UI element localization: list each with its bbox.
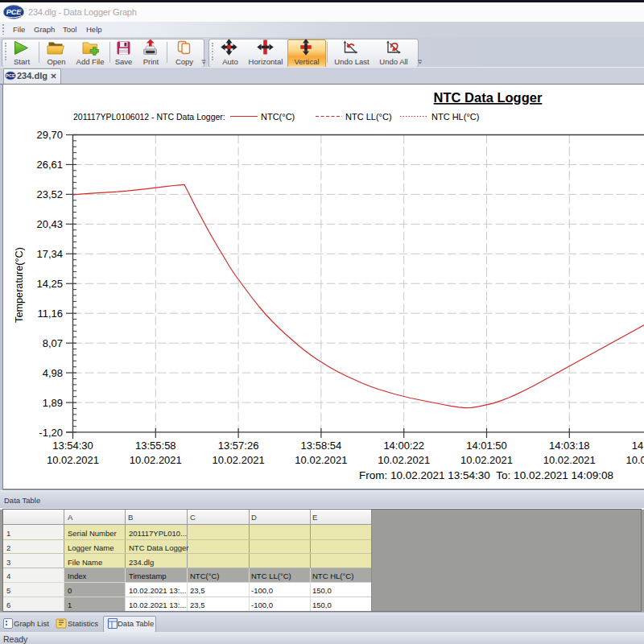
- svg-text:10.02.2021: 10.02.2021: [626, 454, 644, 466]
- svg-text:10.02.2021: 10.02.2021: [378, 454, 430, 466]
- svg-text:14:03:18: 14:03:18: [549, 440, 590, 452]
- svg-text:NTC(°C): NTC(°C): [261, 112, 295, 122]
- svg-text:14:04:46: 14:04:46: [632, 440, 644, 452]
- svg-text:14:00:22: 14:00:22: [383, 440, 424, 452]
- svg-text:10.02.2021: 10.02.2021: [460, 454, 513, 466]
- svg-text:14,25: 14,25: [36, 278, 63, 290]
- svg-text:29,70: 29,70: [36, 129, 63, 141]
- svg-text:26,61: 26,61: [36, 159, 63, 171]
- svg-text:10.02.2021: 10.02.2021: [130, 454, 182, 466]
- svg-text:11,16: 11,16: [37, 308, 63, 320]
- svg-text:13:57:26: 13:57:26: [218, 440, 259, 452]
- svg-text:17,34: 17,34: [36, 248, 63, 260]
- svg-text:Temperature(°C): Temperature(°C): [14, 247, 25, 323]
- svg-text:10.02.2021: 10.02.2021: [47, 454, 99, 466]
- svg-text:1,89: 1,89: [43, 397, 63, 409]
- svg-text:13:58:54: 13:58:54: [301, 440, 342, 452]
- svg-text:8,07: 8,07: [43, 337, 63, 349]
- svg-text:10.02.2021: 10.02.2021: [543, 454, 596, 466]
- svg-text:-1,20: -1,20: [39, 427, 63, 439]
- svg-text:20,43: 20,43: [36, 218, 63, 230]
- svg-text:201117YPL0106012 - NTC Data Lo: 201117YPL0106012 - NTC Data Logger:: [73, 112, 225, 122]
- svg-text:4,98: 4,98: [43, 367, 63, 379]
- svg-text:13:54:30: 13:54:30: [52, 440, 93, 452]
- svg-text:NTC Data Logger: NTC Data Logger: [434, 90, 543, 105]
- svg-text:PCE: PCE: [6, 73, 15, 78]
- svg-text:14:01:50: 14:01:50: [466, 440, 507, 452]
- svg-text:NTC LL(°C): NTC LL(°C): [345, 112, 392, 122]
- svg-text:10.02.2021: 10.02.2021: [295, 454, 347, 466]
- svg-text:13:55:58: 13:55:58: [135, 440, 176, 452]
- svg-text:PCE: PCE: [6, 8, 23, 16]
- svg-text:10.02.2021: 10.02.2021: [213, 454, 265, 466]
- svg-text:NTC HL(°C): NTC HL(°C): [431, 112, 479, 122]
- svg-text:23,52: 23,52: [36, 188, 63, 200]
- svg-text:From: 10.02.2021 13:54:30 To:: From: 10.02.2021 13:54:30 To: 10.02.2021…: [359, 469, 613, 481]
